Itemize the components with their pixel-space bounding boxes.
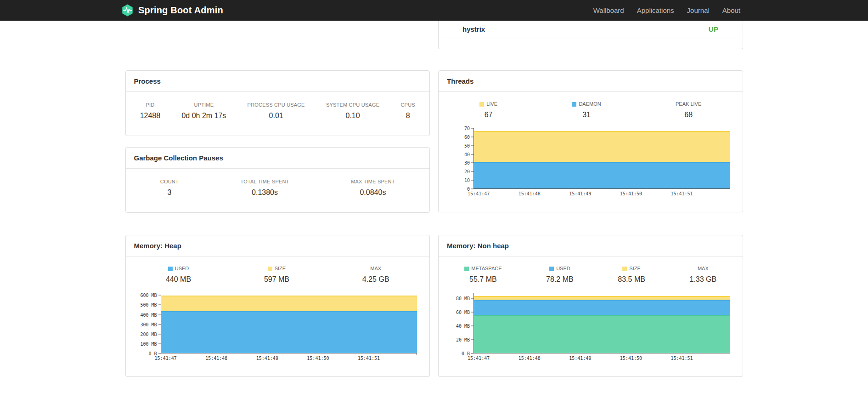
y-tick: 30 [464,160,473,165]
top-navbar: Spring Boot Admin Wallboard Applications… [0,0,868,21]
legend-item: LIVE67 [475,101,502,119]
nav-item-journal[interactable]: Journal [681,6,716,14]
status-badge: UP [709,25,719,33]
x-tick: 15:41:47 [468,356,490,361]
legend-value: 4.25 GB [362,275,389,284]
x-tick: 15:41:49 [569,356,591,361]
legend-value: 597 MB [264,275,289,284]
x-tick: 15:41:48 [205,356,227,361]
gc-metrics: COUNT3TOTAL TIME SPENT0.1380sMAX TIME SP… [126,169,430,211]
y-tick: 80 MB [456,296,473,301]
metric-label: PROCESS CPU USAGE [248,102,305,108]
y-tick: 60 [464,134,473,139]
threads-legend: LIVE67DAEMON31PEAK LIVE68 [439,92,743,119]
legend-swatch-icon [268,267,272,271]
y-tick: 0 B [462,351,473,356]
brand-link[interactable]: Spring Boot Admin [121,4,223,17]
y-tick: 70 [464,126,473,131]
legend-value: 31 [572,110,601,119]
metric-label: SYSTEM CPU USAGE [326,102,379,108]
nav-item-about[interactable]: About [716,6,747,14]
x-tick: 15:41:48 [519,356,541,361]
y-axis: 010203040506070 [447,128,473,189]
x-axis: 15:41:4715:41:4815:41:4915:41:5015:41:51 [473,356,730,362]
metric-value: 8 [400,111,415,120]
chart-area: 0 B20 MB40 MB60 MB80 MB 15:41:4715:41:48… [447,293,730,362]
legend-label-row: METASPACE [464,266,502,272]
middle-row: Process PID12488UPTIME0d 0h 2m 17sPROCES… [125,70,743,213]
metric: PID12488 [135,102,166,120]
nav-item-applications[interactable]: Applications [631,6,681,14]
metaspace-area [474,315,730,353]
legend-item: SIZE597 MB [259,266,294,284]
y-axis: 0 B20 MB40 MB60 MB80 MB [447,293,473,353]
legend-label: SIZE [275,266,286,272]
chart-area: 0 B100 MB200 MB300 MB400 MB500 MB600 MB … [134,293,417,362]
legend-swatch-icon [479,102,484,107]
y-tick: 20 [464,169,473,174]
legend-label-row: LIVE [479,101,497,107]
legend-label-row: USED [546,266,574,272]
legend-label: MAX [698,266,709,272]
gc-panel-title: Garbage Collection Pauses [126,148,430,169]
y-tick: 50 [464,143,473,148]
legend-value: 67 [479,110,497,119]
application-status-row[interactable]: hystrix UP [442,21,739,38]
legend-label-row: DAEMON [572,101,601,107]
metric: TOTAL TIME SPENT0.1380s [235,179,295,197]
metric-label: COUNT [160,179,179,185]
metric-label: PID [140,102,161,108]
middle-left-column: Process PID12488UPTIME0d 0h 2m 17sPROCES… [125,70,430,213]
x-tick: 15:41:49 [569,191,591,196]
metric: CPUS8 [395,102,420,120]
main-content: hystrix UP Process PID12488UPTIME0d 0h 2… [125,21,743,377]
metric-value: 0.0840s [351,188,395,197]
y-tick: 100 MB [140,341,160,346]
legend-swatch-icon [622,267,627,271]
x-tick: 15:41:47 [468,191,490,196]
metric-value: 0.01 [248,111,305,120]
plot-area [473,293,730,353]
legend-value: 440 MB [166,275,191,284]
bottom-left-column: Memory: Heap USED440 MBSIZE597 MBMAX4.25… [125,235,430,377]
legend-label-row: SIZE [264,266,289,272]
legend-label: USED [556,266,570,272]
legend-label: MAX [370,266,381,272]
metric-value: 0d 0h 2m 17s [181,111,226,120]
legend-label-row: MAX [362,266,389,272]
metric: PROCESS CPU USAGE0.01 [242,102,310,120]
x-tick: 15:41:49 [256,356,278,361]
legend-value: 55.7 MB [464,275,502,284]
used-area [161,311,417,353]
y-tick: 300 MB [140,322,160,327]
legend-swatch-icon [464,267,469,271]
memory-non-heap-panel-title: Memory: Non heap [439,235,743,256]
nav-item-wallboard[interactable]: Wallboard [587,6,631,14]
legend-swatch-icon [572,102,576,107]
memory-heap-panel: Memory: Heap USED440 MBSIZE597 MBMAX4.25… [125,235,430,377]
x-tick: 15:41:47 [155,356,177,361]
empty-left-column [125,21,430,49]
metric-value: 3 [160,188,179,197]
y-tick: 200 MB [140,331,160,336]
legend-label: USED [175,266,189,272]
process-metrics: PID12488UPTIME0d 0h 2m 17sPROCESS CPU US… [126,92,430,134]
x-axis: 15:41:4715:41:4815:41:4915:41:5015:41:51 [473,191,730,198]
memory-non-heap-panel: Memory: Non heap METASPACE55.7 MBUSED78.… [438,235,743,377]
status-right-column: hystrix UP [438,21,743,49]
chart-area: 010203040506070 15:41:4715:41:4815:41:49… [447,128,730,198]
legend-item: METASPACE55.7 MB [460,266,506,284]
application-status-panel: hystrix UP [438,21,743,49]
metric-label: UPTIME [181,102,226,108]
daemon-area [474,162,730,188]
brand-title: Spring Boot Admin [138,5,223,16]
metric-value: 12488 [140,111,161,120]
x-tick: 15:41:48 [519,191,541,196]
metric: COUNT3 [155,179,184,197]
x-tick: 15:41:51 [671,356,693,361]
legend-value: 78.2 MB [546,275,574,284]
metric-label: MAX TIME SPENT [351,179,395,185]
metric-value: 0.1380s [241,188,289,197]
plot-area [161,293,417,353]
legend-label: METASPACE [471,266,502,272]
